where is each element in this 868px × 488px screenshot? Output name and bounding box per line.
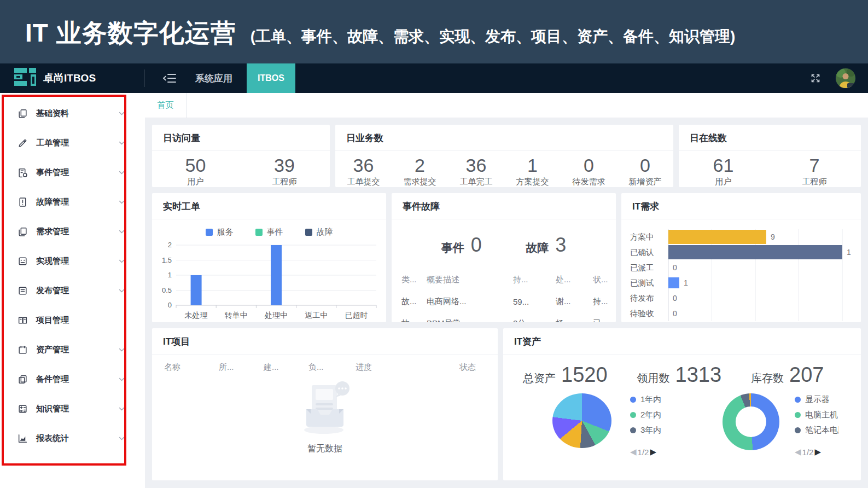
donut-hole — [736, 406, 766, 437]
stat-label: 总资产 — [523, 371, 556, 386]
nav-system-apps[interactable]: 系统应用 — [195, 72, 232, 85]
asset-stats: 总资产1520领用数1313库存数207 — [503, 355, 861, 388]
column-header: 状... — [593, 275, 608, 285]
stat-item: 2需求提交 — [404, 155, 436, 187]
counter-value: 3 — [555, 234, 566, 257]
table-cell: 电商网络... — [427, 297, 513, 307]
sidebar-item-2[interactable]: 事件管理 — [0, 158, 145, 187]
user-avatar[interactable] — [835, 68, 856, 89]
legend-item-电脑主机[interactable]: 电脑主机 — [795, 410, 839, 420]
column-header: 负... — [308, 362, 356, 373]
legend-item-3年内[interactable]: 3年内 — [630, 425, 661, 435]
card-title-project: IT项目 — [152, 328, 498, 355]
table-cell: 故... — [401, 297, 427, 307]
chevron-down-icon — [118, 346, 125, 353]
legend-next-icon[interactable]: ▶ — [650, 447, 656, 457]
sidebar-item-4[interactable]: 需求管理 — [0, 217, 145, 246]
incident-counter-事件: 事件0 — [441, 234, 482, 257]
chevron-down-icon — [118, 228, 125, 235]
chevron-down-icon — [118, 169, 125, 176]
chevron-down-icon — [118, 140, 125, 147]
stat-label: 用户 — [713, 177, 734, 187]
legend-label: 故障 — [317, 227, 333, 237]
app-body: 基础资料工单管理事件管理故障管理需求管理实现管理发布管理项目管理资产管理备件管理… — [0, 93, 868, 488]
app-logo-icon — [14, 68, 36, 89]
legend-page-number: 1/2 — [638, 448, 649, 457]
legend-prev-icon[interactable]: ◀ — [630, 447, 637, 457]
legend-swatch — [206, 229, 213, 236]
legend-item-事件[interactable]: 事件 — [255, 227, 283, 237]
card-incidents: 事件故障 事件0故障3 类...概要描述持...处...状...故...电商网络… — [392, 193, 616, 322]
sidebar-item-3[interactable]: 故障管理 — [0, 187, 145, 217]
legend-swatch — [630, 427, 636, 433]
legend-item-显示器[interactable]: 显示器 — [795, 394, 839, 405]
stat-label: 领用数 — [637, 371, 670, 386]
pie-legend: 1年内2年内3年内◀1/2▶ — [630, 393, 661, 480]
fullscreen-icon[interactable] — [810, 73, 821, 84]
empty-state: 暂无数据 — [152, 380, 498, 455]
sidebar-item-11[interactable]: 报表统计 — [0, 423, 145, 453]
doc-alert-icon — [18, 197, 28, 207]
legend-item-2年内[interactable]: 2年内 — [630, 410, 661, 420]
card-it-demand: IT需求 方案中9已确认1已派工0已测试1待发布0待验收0 — [621, 193, 861, 322]
sidebar-item-label: 资产管理 — [36, 345, 69, 355]
sidebar-menu: 基础资料工单管理事件管理故障管理需求管理实现管理发布管理项目管理资产管理备件管理… — [0, 93, 145, 453]
page-subtitle: (工单、事件、故障、需求、实现、发布、项目、资产、备件、知识管理) — [251, 26, 736, 47]
legend-item-服务[interactable]: 服务 — [206, 227, 234, 237]
legend-swatch — [795, 412, 801, 418]
incident-table-row[interactable]: 故...电商网络...59...谢...持... — [401, 291, 606, 312]
stat-value: 1313 — [675, 363, 722, 387]
sidebar-item-label: 事件管理 — [36, 167, 69, 178]
sidebar-item-1[interactable]: 工单管理 — [0, 128, 145, 158]
sidebar-item-8[interactable]: 资产管理 — [0, 335, 145, 364]
legend-next-icon[interactable]: ▶ — [814, 447, 821, 457]
svg-text:0: 0 — [673, 309, 677, 318]
counter-label: 事件 — [441, 240, 464, 255]
svg-text:已测试: 已测试 — [630, 278, 654, 287]
stat-value: 2 — [404, 155, 436, 176]
menu-collapse-icon[interactable] — [162, 72, 177, 84]
legend-swatch — [630, 412, 636, 418]
card-title-demand: IT需求 — [621, 193, 861, 219]
stat-item: 1方案提交 — [516, 155, 549, 187]
pen-icon — [18, 138, 28, 148]
chart-card-row: 实时工单 服务事件故障 00.511.52未处理转单中处理中返工中已超时 事件故… — [152, 193, 861, 322]
stat-label: 需求提交 — [404, 177, 436, 187]
column-header: 类... — [401, 275, 427, 285]
smile-icon — [18, 256, 28, 266]
sidebar-item-label: 发布管理 — [36, 286, 69, 296]
sidebar-item-9[interactable]: 备件管理 — [0, 364, 145, 394]
stat-card-row: 日访问量50用户39工程师日业务数36工单提交2需求提交36工单完工1方案提交0… — [152, 125, 861, 187]
stat-item: 50用户 — [185, 155, 206, 187]
asset-stat-领用数: 领用数1313 — [637, 363, 722, 387]
sidebar: 基础资料工单管理事件管理故障管理需求管理实现管理发布管理项目管理资产管理备件管理… — [0, 93, 145, 488]
legend-prev-icon[interactable]: ◀ — [795, 447, 801, 457]
legend-item-1年内[interactable]: 1年内 — [630, 394, 661, 405]
svg-text:待发布: 待发布 — [630, 294, 654, 303]
sidebar-item-7[interactable]: 项目管理 — [0, 305, 145, 335]
table-cell: 已... — [593, 318, 608, 323]
empty-state-text: 暂无数据 — [152, 443, 498, 455]
incident-table-row[interactable]: 故...BPM异常...3分...杨...已... — [401, 312, 606, 322]
legend-item-故障[interactable]: 故障 — [305, 227, 333, 237]
column-header: 所... — [219, 362, 264, 373]
svg-text:待验收: 待验收 — [630, 309, 654, 318]
column-header: 建... — [264, 362, 308, 373]
legend-pager: ◀1/2▶ — [795, 447, 839, 457]
sidebar-item-5[interactable]: 实现管理 — [0, 246, 145, 276]
incident-counter-故障: 故障3 — [526, 234, 566, 257]
sidebar-item-6[interactable]: 发布管理 — [0, 276, 145, 305]
nav-itbos-tab[interactable]: ITBOS — [247, 63, 295, 93]
stat-label: 工单提交 — [347, 177, 380, 187]
card-daily-online: 日在线数61用户7工程师 — [679, 125, 861, 187]
dashboard-content: 日访问量50用户39工程师日业务数36工单提交2需求提交36工单完工1方案提交0… — [145, 118, 868, 488]
legend-item-笔记本电脑[interactable]: 笔记本电脑 — [795, 425, 839, 435]
svg-text:已超时: 已超时 — [345, 311, 368, 319]
pages-icon — [18, 374, 28, 385]
stat-value: 61 — [713, 155, 734, 176]
card-daily-business: 日业务数36工单提交2需求提交36工单完工1方案提交0待发需求0新增资产 — [335, 125, 673, 187]
sidebar-item-10[interactable]: 知识管理 — [0, 394, 145, 423]
legend-page-number: 1/2 — [802, 448, 814, 457]
tab-home[interactable]: 首页 — [145, 93, 187, 118]
sidebar-item-0[interactable]: 基础资料 — [0, 98, 145, 128]
